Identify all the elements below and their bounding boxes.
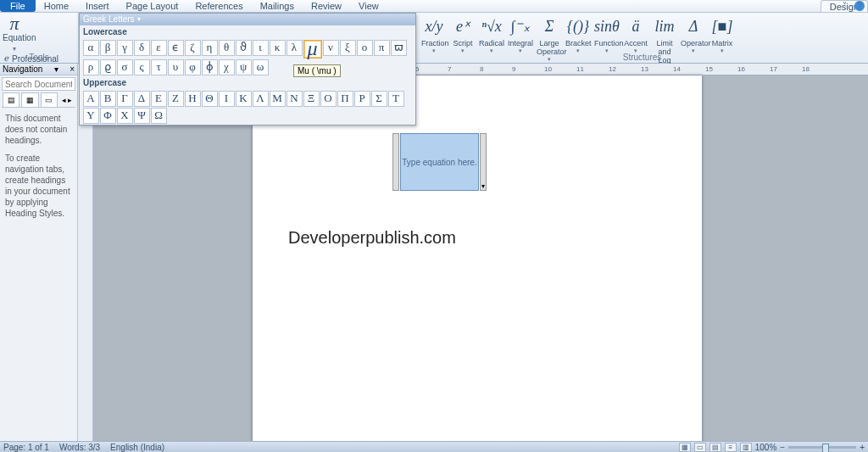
greek-Φ[interactable]: Φ — [100, 108, 116, 124]
matrix-button[interactable]: [■]Matrix▾ — [709, 14, 735, 61]
greek-Ψ[interactable]: Ψ — [134, 108, 150, 124]
radical-button[interactable]: ⁿ√xRadical▾ — [479, 14, 504, 61]
greek-μ[interactable]: μ — [303, 40, 322, 59]
greek-χ[interactable]: χ — [219, 59, 235, 75]
script-button[interactable]: eˣScript▾ — [450, 14, 476, 61]
fraction-button[interactable]: x/yFraction▾ — [421, 14, 447, 61]
help-icon[interactable]: ? — [854, 1, 865, 11]
greek-Ι[interactable]: Ι — [219, 91, 235, 107]
close-icon[interactable]: × — [70, 64, 75, 75]
greek-λ[interactable]: λ — [287, 40, 303, 56]
status-page[interactable]: Page: 1 of 1 — [3, 443, 49, 452]
zoom-level[interactable]: 100% — [755, 443, 777, 452]
greek-σ[interactable]: σ — [117, 59, 133, 75]
greek-Η[interactable]: Η — [185, 91, 201, 107]
greek-ο[interactable]: ο — [357, 40, 373, 56]
greek-Ω[interactable]: Ω — [151, 108, 167, 124]
large-operator-button[interactable]: ΣLarge Operator▾ — [537, 14, 562, 61]
greek-Ρ[interactable]: Ρ — [354, 91, 370, 107]
greek-ϱ[interactable]: ϱ — [100, 59, 116, 75]
greek-β[interactable]: β — [100, 40, 116, 56]
zoom-out-button[interactable]: − — [780, 443, 785, 452]
greek-Σ[interactable]: Σ — [371, 91, 387, 107]
status-bar: Page: 1 of 1 Words: 3/3 English (India) … — [0, 441, 868, 452]
equation-handle-right[interactable]: ▾ — [480, 133, 487, 191]
tab-view[interactable]: View — [350, 0, 387, 12]
greek-Ο[interactable]: Ο — [320, 91, 337, 107]
tab-references[interactable]: References — [186, 0, 251, 12]
view-fullscreen-button[interactable]: ▭ — [694, 443, 706, 452]
page-body-text: Developerpublish.com — [288, 228, 456, 248]
greek-Κ[interactable]: Κ — [236, 91, 252, 107]
greek-φ[interactable]: φ — [185, 59, 201, 75]
greek-ζ[interactable]: ζ — [185, 40, 201, 56]
tab-file[interactable]: File — [0, 0, 36, 12]
greek-Ξ[interactable]: Ξ — [303, 91, 320, 107]
view-draft-button[interactable]: ▥ — [740, 443, 752, 452]
greek-Υ[interactable]: Υ — [83, 108, 99, 124]
zoom-in-button[interactable]: + — [860, 443, 865, 452]
greek-Χ[interactable]: Χ — [117, 108, 133, 124]
tab-insert[interactable]: Insert — [77, 0, 118, 12]
greek-Θ[interactable]: Θ — [202, 91, 218, 107]
greek-panel-header[interactable]: Greek Letters▾ — [80, 14, 415, 25]
nav-tab-arrows[interactable]: ◂ ▸ — [59, 92, 75, 107]
integral-button[interactable]: ∫⁻ₓIntegral▾ — [508, 14, 533, 61]
equation-button[interactable]: π Equation ▾ — [3, 14, 26, 53]
greek-ν[interactable]: ν — [323, 40, 339, 56]
nav-tab-results[interactable]: ▭ — [41, 92, 58, 107]
zoom-slider[interactable] — [788, 446, 856, 449]
greek-π[interactable]: π — [374, 40, 390, 56]
function-button[interactable]: sinθFunction▾ — [594, 14, 620, 61]
greek-τ[interactable]: τ — [151, 59, 167, 75]
page[interactable]: Type equation here. ▾ Developerpublish.c… — [253, 75, 702, 441]
nav-dropdown-icon[interactable]: ▾ — [54, 64, 58, 75]
nav-tab-pages[interactable]: ▦ — [21, 92, 38, 107]
tab-page-layout[interactable]: Page Layout — [118, 0, 187, 12]
greek-ς[interactable]: ς — [134, 59, 150, 75]
search-input[interactable] — [2, 77, 75, 91]
nav-tab-headings[interactable]: ▤ — [3, 92, 19, 107]
greek-ψ[interactable]: ψ — [236, 59, 252, 75]
greek-Π[interactable]: Π — [337, 91, 353, 107]
greek-ϑ[interactable]: ϑ — [236, 40, 252, 56]
status-language[interactable]: English (India) — [110, 443, 164, 452]
greek-Μ[interactable]: Μ — [270, 91, 286, 107]
greek-ι[interactable]: ι — [253, 40, 269, 56]
view-web-button[interactable]: ▤ — [709, 443, 721, 452]
greek-Ν[interactable]: Ν — [287, 91, 303, 107]
greek-Β[interactable]: Β — [100, 91, 116, 107]
greek-υ[interactable]: υ — [168, 59, 184, 75]
greek-Α[interactable]: Α — [83, 91, 99, 107]
tab-home[interactable]: Home — [36, 0, 77, 12]
greek-ρ[interactable]: ρ — [83, 59, 99, 75]
greek-ω[interactable]: ω — [253, 59, 269, 75]
minimize-ribbon-icon[interactable]: ˅ — [839, 1, 849, 11]
view-print-layout-button[interactable]: ▦ — [679, 443, 691, 452]
equation-box[interactable]: Type equation here. — [400, 133, 479, 191]
greek-Γ[interactable]: Γ — [117, 91, 133, 107]
operator-button[interactable]: ΔOperator▾ — [681, 14, 706, 61]
greek-ε[interactable]: ε — [151, 40, 167, 56]
greek-δ[interactable]: δ — [134, 40, 150, 56]
greek-ϵ[interactable]: ϵ — [168, 40, 184, 56]
greek-η[interactable]: η — [202, 40, 218, 56]
view-outline-button[interactable]: ≡ — [725, 443, 737, 452]
tab-review[interactable]: Review — [303, 0, 350, 12]
greek-θ[interactable]: θ — [219, 40, 235, 56]
greek-Λ[interactable]: Λ — [253, 91, 269, 107]
greek-ξ[interactable]: ξ — [340, 40, 356, 56]
status-words[interactable]: Words: 3/3 — [59, 443, 100, 452]
greek-ϕ[interactable]: ϕ — [202, 59, 218, 75]
greek-Ζ[interactable]: Ζ — [168, 91, 184, 107]
greek-γ[interactable]: γ — [117, 40, 133, 56]
greek-Τ[interactable]: Τ — [388, 91, 404, 107]
tab-mailings[interactable]: Mailings — [252, 0, 303, 12]
greek-α[interactable]: α — [83, 40, 99, 56]
bracket-button[interactable]: {()}Bracket▾ — [565, 14, 591, 61]
greek-Ε[interactable]: Ε — [151, 91, 167, 107]
greek-ϖ[interactable]: ϖ — [391, 40, 407, 56]
greek-κ[interactable]: κ — [270, 40, 286, 56]
greek-Δ[interactable]: Δ — [134, 91, 150, 107]
equation-handle-left[interactable] — [392, 133, 399, 191]
